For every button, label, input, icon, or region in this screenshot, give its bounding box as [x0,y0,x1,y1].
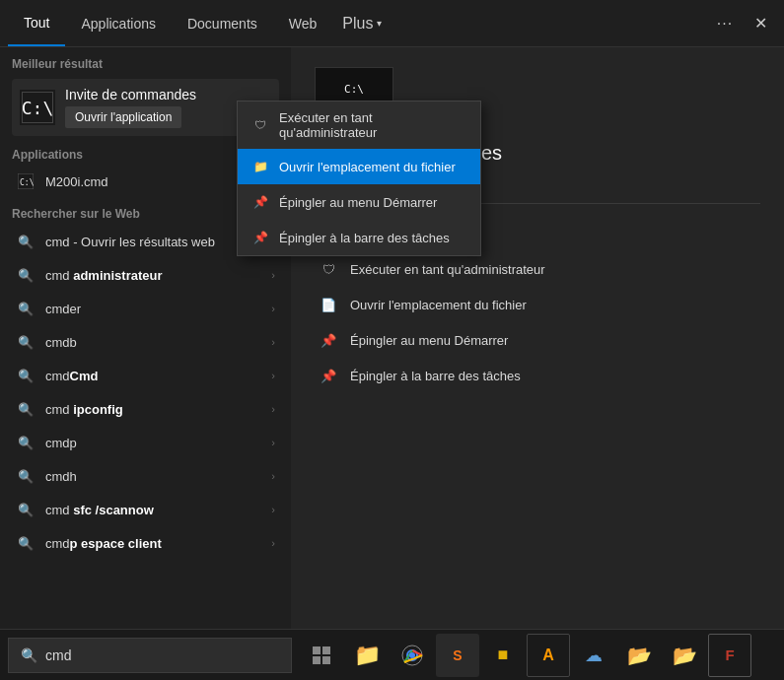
dots-icon: ··· [717,15,733,33]
taskbar-sublime[interactable]: S [436,634,479,677]
search-item-text: cmd - Ouvrir les résultats web [45,235,261,249]
tab-plus[interactable]: Plus ▾ [332,3,392,44]
close-icon: ✕ [754,14,767,33]
svg-rect-4 [313,656,321,664]
folder-open-icon: 📁 [251,158,269,175]
taskbar-search-icon: 🔍 [21,647,37,663]
web-search-item-2[interactable]: 🔍 cmder › [12,292,279,325]
action-label: Épingler à la barre des tâches [350,369,521,383]
svg-rect-2 [313,646,321,654]
search-item-text: cmdb [45,335,261,350]
right-action-pin-start[interactable]: 📌 Épingler au menu Démarrer [315,322,760,358]
top-navigation: Tout Applications Documents Web Plus ▾ ·… [0,0,784,47]
chevron-right-icon: › [271,269,275,281]
web-search-item-7[interactable]: 🔍 cmdh › [12,459,279,493]
right-action-location[interactable]: 📄 Ouvrir l'emplacement du fichier [315,287,760,322]
svg-rect-5 [322,656,330,664]
shield-icon: 🛡 [319,259,338,279]
taskbar-folder-yellow[interactable]: 📂 [663,634,706,677]
tab-tout[interactable]: Tout [8,0,65,46]
taskbar-app5[interactable]: ■ [481,634,525,677]
taskbar-amazon[interactable]: A [527,634,570,677]
web-search-item-6[interactable]: 🔍 cmdp › [12,426,279,459]
search-item-text: cmd ipconfig [45,402,261,417]
taskbar: 🔍 cmd 📁 S ■ A ☁ 📂 📂 [0,629,784,680]
best-result-label: Meilleur résultat [12,57,279,71]
taskbar-chrome[interactable] [391,634,434,677]
action-label: Épingler au menu Démarrer [350,333,508,348]
context-item-label: Exécuter en tant qu'administrateur [279,110,466,140]
taskbar-search-box[interactable]: 🔍 cmd [8,638,292,673]
web-search-item-4[interactable]: 🔍 cmdCmd › [12,359,279,392]
web-search-item-8[interactable]: 🔍 cmd sfc /scannow › [12,493,279,526]
taskbar-file-explorer[interactable]: 📁 [345,634,389,677]
taskbar-icons: 📁 S ■ A ☁ 📂 📂 F [300,634,751,677]
pin-start-icon: 📌 [251,193,269,211]
search-item-text: cmdp espace client [45,536,261,551]
close-button[interactable]: ✕ [745,8,776,39]
cmd-icon: C:\ [20,90,55,125]
chevron-right-icon: › [271,470,275,482]
svg-point-8 [409,652,415,658]
search-icon: 🔍 [16,399,36,419]
search-item-text: cmder [45,302,261,316]
chevron-right-icon: › [271,303,275,314]
web-search-item-5[interactable]: 🔍 cmd ipconfig › [12,392,279,426]
search-item-text: cmdp [45,436,261,450]
open-app-button[interactable]: Ouvrir l'application [65,106,181,128]
context-menu: 🛡 Exécuter en tant qu'administrateur 📁 O… [237,101,481,256]
search-item-text: cmdCmd [45,369,261,383]
right-action-pin-taskbar[interactable]: 📌 Épingler à la barre des tâches [315,358,760,393]
taskbar-folder-orange[interactable]: 📂 [617,634,661,677]
search-icon: 🔍 [16,433,36,452]
search-item-text: cmdh [45,469,261,484]
search-icon: 🔍 [16,332,36,352]
app-item-icon: C:\ [16,171,36,191]
search-item-text: cmd sfc /scannow [45,503,261,517]
action-label: Ouvrir l'emplacement du fichier [350,298,527,312]
svg-text:C:\: C:\ [20,178,34,187]
taskbar-ftp[interactable]: F [708,634,751,677]
tab-applications[interactable]: Applications [65,0,172,46]
context-item-pin-start[interactable]: 📌 Épingler au menu Démarrer [238,184,480,220]
right-action-admin[interactable]: 🛡 Exécuter en tant qu'administrateur [315,251,760,287]
search-icon: 🔍 [16,466,36,486]
taskbar-search-text: cmd [45,647,71,663]
tab-web[interactable]: Web [273,0,333,46]
context-item-label: Épingler au menu Démarrer [279,195,437,210]
context-item-admin[interactable]: 🛡 Exécuter en tant qu'administrateur [238,102,480,149]
chevron-down-icon: ▾ [377,18,382,29]
action-label: Exécuter en tant qu'administrateur [350,262,545,277]
more-options-button[interactable]: ··· [709,8,741,39]
search-icon: 🔍 [16,299,36,318]
context-item-label: Épingler à la barre des tâches [279,231,450,245]
chevron-right-icon: › [271,403,275,415]
search-icon: 🔍 [16,265,36,285]
web-search-section: Rechercher sur le Web 🔍 cmd - Ouvrir les… [0,203,291,564]
web-search-item-9[interactable]: 🔍 cmdp espace client › [12,526,279,560]
taskbar-cloud[interactable]: ☁ [572,634,615,677]
pin-taskbar-icon: 📌 [319,366,338,385]
web-search-item-3[interactable]: 🔍 cmdb › [12,325,279,359]
chevron-right-icon: › [271,370,275,381]
app-item-name: M200i.cmd [45,174,108,189]
shield-icon: 🛡 [251,116,269,134]
taskbar-task-view[interactable] [300,634,343,677]
terminal-symbol: C:\ [22,98,54,118]
search-icon: 🔍 [16,232,36,251]
chevron-right-icon: › [271,336,275,348]
search-icon: 🔍 [16,500,36,519]
svg-rect-3 [322,646,330,654]
chevron-right-icon: › [271,537,275,549]
search-icon: 🔍 [16,533,36,553]
chevron-right-icon: › [271,504,275,515]
tab-documents[interactable]: Documents [172,0,273,46]
chevron-right-icon: › [271,437,275,448]
context-item-pin-taskbar[interactable]: 📌 Épingler à la barre des tâches [238,220,480,255]
search-item-text: cmd administrateur [45,268,261,283]
context-item-label: Ouvrir l'emplacement du fichier [279,160,456,174]
web-search-item-1[interactable]: 🔍 cmd administrateur › [12,258,279,292]
context-item-location[interactable]: 📁 Ouvrir l'emplacement du fichier [238,149,480,184]
pin-taskbar-icon: 📌 [251,229,269,246]
folder-icon: 📄 [319,295,338,314]
